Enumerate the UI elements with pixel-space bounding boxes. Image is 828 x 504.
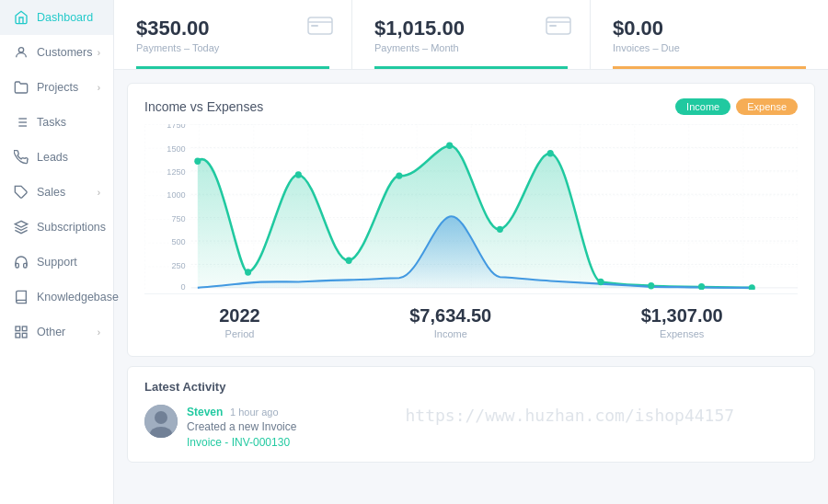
headset-icon [13, 254, 29, 270]
sidebar-item-knowledgebase[interactable]: Knowledgebase [0, 280, 113, 315]
svg-point-0 [18, 48, 23, 52]
sidebar-item-support[interactable]: Support [0, 245, 113, 280]
svg-text:1250: 1250 [167, 167, 185, 177]
card-icon [546, 17, 571, 38]
stat-label: Invoices – Due [613, 42, 680, 63]
svg-text:750: 750 [171, 214, 185, 223]
sidebar-item-customers[interactable]: Customers › [0, 35, 113, 70]
svg-rect-12 [16, 333, 20, 338]
data-point [295, 171, 302, 178]
summary-value: $1,307.00 [641, 305, 723, 326]
expense-legend-button[interactable]: Expense [736, 98, 798, 115]
sidebar-item-subscriptions[interactable]: Subscriptions [0, 210, 113, 245]
home-icon [13, 9, 29, 26]
svg-text:0: 0 [181, 282, 186, 290]
svg-text:500: 500 [171, 237, 185, 246]
chevron-right-icon: › [98, 83, 100, 93]
stat-payments-today: $350.00 Payments – Today [114, 0, 352, 69]
sidebar-item-label: Tasks [37, 116, 100, 129]
activity-description: Created a new Invoice [187, 420, 798, 433]
tag-icon [13, 184, 29, 200]
data-point [396, 172, 402, 178]
chevron-right-icon: › [98, 188, 100, 198]
sidebar-item-dashboard[interactable]: Dashboard [0, 0, 113, 35]
book-icon [13, 289, 29, 305]
chart-area: 1750 1500 1250 1000 750 500 250 0 1 2 3 … [144, 124, 798, 290]
folder-icon [13, 79, 29, 96]
chevron-right-icon: › [98, 48, 100, 58]
svg-text:1750: 1750 [167, 124, 185, 130]
summary-label: Period [219, 328, 260, 339]
svg-text:1500: 1500 [167, 143, 185, 153]
avatar [144, 405, 178, 438]
summary-label: Expenses [641, 328, 723, 339]
data-point [346, 258, 352, 264]
chart-header: Income vs Expenses Income Expense [144, 98, 798, 115]
data-point [547, 150, 554, 156]
svg-rect-9 [16, 326, 20, 331]
chart-section: Income vs Expenses Income Expense [127, 83, 815, 357]
summary-period: 2022 Period [219, 305, 260, 339]
card-icon [307, 17, 333, 38]
income-legend-button[interactable]: Income [675, 98, 730, 115]
stats-bar: $350.00 Payments – Today $1,015.00 Payme… [114, 0, 828, 70]
stat-amount: $1,015.00 [374, 17, 465, 40]
svg-rect-15 [311, 25, 318, 27]
data-point [497, 226, 503, 233]
phone-icon [13, 149, 29, 166]
svg-text:1000: 1000 [167, 190, 185, 200]
stat-underline [136, 66, 329, 69]
data-point [194, 158, 201, 165]
activity-time: 1 hour ago [230, 407, 279, 418]
summary-expenses: $1,307.00 Expenses [641, 305, 723, 339]
svg-marker-8 [15, 221, 27, 227]
sidebar-item-tasks[interactable]: Tasks [0, 105, 113, 140]
sidebar-item-label: Support [37, 256, 100, 269]
stat-label: Payments – Month [374, 42, 465, 63]
stat-label: Payments – Today [136, 42, 219, 63]
stat-amount: $0.00 [613, 17, 680, 40]
grid-icon [13, 324, 29, 340]
main-content: $350.00 Payments – Today $1,015.00 Payme… [114, 0, 828, 504]
chart-title: Income vs Expenses [144, 99, 263, 114]
sidebar-item-projects[interactable]: Projects › [0, 70, 113, 105]
avatar-image [144, 405, 178, 438]
sidebar-item-label: Knowledgebase [37, 291, 119, 304]
svg-rect-10 [22, 326, 27, 331]
sidebar-item-leads[interactable]: Leads [0, 140, 113, 175]
data-point [597, 279, 604, 285]
summary-value: 2022 [219, 305, 260, 326]
activity-link[interactable]: Invoice - INV-000130 [187, 436, 798, 449]
summary-value: $7,634.50 [409, 305, 491, 326]
chart-svg: 1750 1500 1250 1000 750 500 250 0 1 2 3 … [144, 124, 798, 290]
chart-summary: 2022 Period $7,634.50 Income $1,307.00 E… [144, 293, 798, 347]
sidebar-item-label: Leads [37, 151, 100, 164]
svg-rect-11 [22, 333, 27, 338]
activity-title: Latest Activity [144, 380, 798, 394]
sidebar-item-label: Projects [37, 81, 98, 94]
list-icon [13, 114, 29, 131]
stat-amount: $350.00 [136, 17, 219, 40]
layers-icon [13, 219, 29, 235]
data-point [446, 143, 453, 149]
sidebar-item-label: Other [37, 326, 98, 338]
sidebar-item-label: Sales [37, 186, 98, 199]
activity-content: Steven 1 hour ago Created a new Invoice … [187, 405, 798, 449]
sidebar-item-sales[interactable]: Sales › [0, 175, 113, 210]
chevron-right-icon: › [98, 327, 100, 338]
sidebar-item-other[interactable]: Other › [0, 315, 113, 349]
activity-user: Steven [187, 406, 223, 418]
summary-income: $7,634.50 Income [409, 305, 491, 339]
sidebar-item-label: Dashboard [37, 11, 100, 24]
stat-invoices-due: $0.00 Invoices – Due [591, 0, 828, 69]
sidebar: Dashboard Customers › Projects › Tasks L… [0, 0, 114, 504]
data-point [648, 282, 654, 289]
activity-meta: Steven 1 hour ago [187, 405, 798, 418]
svg-point-49 [155, 411, 167, 424]
chart-legend: Income Expense [675, 98, 798, 115]
sidebar-item-label: Subscriptions [37, 221, 106, 234]
activity-item: Steven 1 hour ago Created a new Invoice … [144, 405, 798, 449]
user-icon [13, 44, 29, 61]
svg-rect-18 [549, 25, 557, 27]
data-point [245, 269, 251, 275]
